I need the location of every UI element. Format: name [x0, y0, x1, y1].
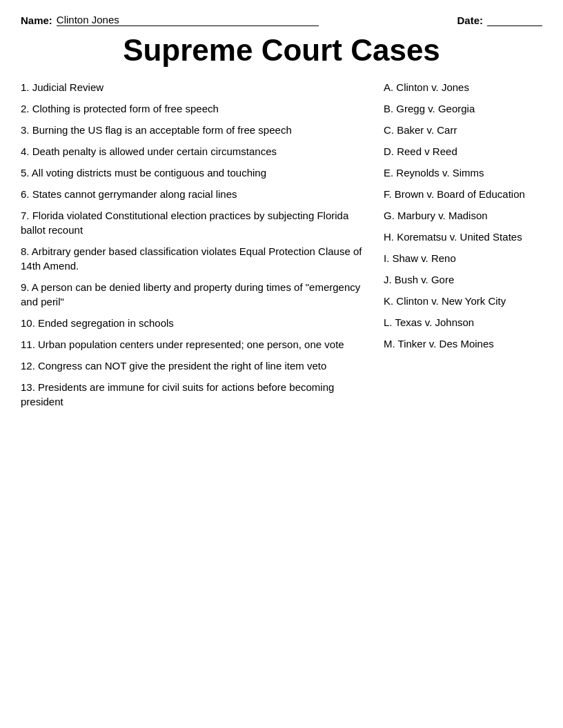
content-area: 1. Judicial Review2. Clothing is protect…	[21, 80, 542, 416]
case-item: A. Clinton v. Jones	[384, 80, 542, 94]
list-item: 12. Congress can NOT give the president …	[21, 358, 370, 373]
name-label: Name:	[21, 14, 52, 26]
list-item: 6. States cannot gerrymander along racia…	[21, 187, 370, 201]
list-item: 9. A person can be denied liberty and pr…	[21, 280, 370, 309]
list-item: 8. Arbitrary gender based classification…	[21, 244, 370, 273]
list-item: 11. Urban population centers under repre…	[21, 337, 370, 352]
list-item: 2. Clothing is protected form of free sp…	[21, 101, 370, 116]
left-column: 1. Judicial Review2. Clothing is protect…	[21, 80, 384, 416]
page-title: Supreme Court Cases	[21, 33, 542, 68]
date-label: Date:	[457, 14, 483, 26]
case-item: E. Reynolds v. Simms	[384, 165, 542, 180]
list-item: 5. All voting districts must be contiguo…	[21, 165, 370, 180]
list-item: 10. Ended segregation in schools	[21, 316, 370, 330]
case-item: D. Reed v Reed	[384, 144, 542, 159]
right-column: A. Clinton v. JonesB. Gregg v. GeorgiaC.…	[384, 80, 542, 416]
date-value	[487, 14, 542, 26]
case-item: J. Bush v. Gore	[384, 272, 542, 287]
list-item: 13. Presidents are immune for civil suit…	[21, 380, 370, 409]
case-item: M. Tinker v. Des Moines	[384, 336, 542, 351]
list-item: 3. Burning the US flag is an acceptable …	[21, 123, 370, 137]
case-item: L. Texas v. Johnson	[384, 315, 542, 330]
case-item: I. Shaw v. Reno	[384, 251, 542, 265]
header: Name: Clinton Jones Date:	[21, 14, 542, 26]
case-item: G. Marbury v. Madison	[384, 208, 542, 223]
list-item: 7. Florida violated Constitutional elect…	[21, 208, 370, 237]
case-item: H. Korematsu v. United States	[384, 230, 542, 244]
case-item: C. Baker v. Carr	[384, 123, 542, 137]
list-item: 1. Judicial Review	[21, 80, 370, 94]
name-field: Name: Clinton Jones	[21, 14, 319, 26]
list-item: 4. Death penalty is allowed under certai…	[21, 144, 370, 159]
case-item: K. Clinton v. New York City	[384, 294, 542, 308]
date-field: Date:	[457, 14, 542, 26]
name-value: Clinton Jones	[57, 14, 319, 26]
case-item: B. Gregg v. Georgia	[384, 101, 542, 116]
case-item: F. Brown v. Board of Education	[384, 187, 542, 201]
